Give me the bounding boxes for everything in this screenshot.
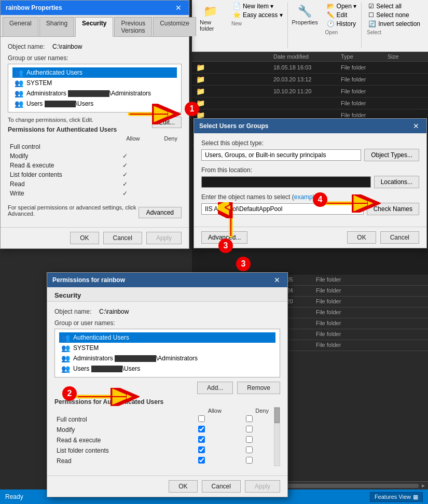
edit-button[interactable]: ✏️ Edit: [325, 11, 358, 19]
invert-selection-button[interactable]: 🔄 Invert selection: [367, 20, 422, 28]
easy-access-icon: ⭐: [233, 11, 241, 19]
new-item-label: New item ▾: [243, 3, 273, 10]
allow-checkbox[interactable]: [198, 426, 205, 432]
new-section-label: New: [231, 21, 284, 26]
deny-checkbox[interactable]: [246, 446, 253, 453]
easy-access-button[interactable]: ⭐ Easy access ▾: [231, 11, 284, 19]
edit-icon: ✏️: [327, 11, 335, 19]
object-type-input[interactable]: [201, 149, 361, 161]
select-users-close[interactable]: ✕: [411, 122, 421, 130]
cancel-button[interactable]: Cancel: [202, 480, 241, 493]
file-row[interactable]: 📁 File folder: [192, 97, 428, 109]
allow-checkbox[interactable]: [198, 415, 205, 422]
ok-button[interactable]: OK: [169, 480, 197, 493]
object-type-row: Object Types...: [201, 149, 419, 161]
tab-sharing[interactable]: Sharing: [39, 17, 74, 36]
advanced-button[interactable]: Advanced: [139, 207, 182, 218]
advanced-button[interactable]: Advanced...: [201, 231, 247, 244]
tab-customize[interactable]: Customize: [153, 17, 196, 36]
perm-row: Full control: [54, 414, 273, 425]
cancel-button[interactable]: Cancel: [103, 232, 142, 244]
perm-allow[interactable]: [178, 445, 226, 456]
file-row[interactable]: 📁 10.10.20 11:20 File folder: [192, 86, 428, 97]
group-users-label: Group or user names:: [8, 54, 182, 62]
deny-checkbox[interactable]: [246, 457, 253, 464]
check-names-button[interactable]: Check Names: [367, 203, 419, 215]
perm-name: Modify: [8, 151, 106, 161]
perm-deny: [144, 189, 182, 198]
perm-row: Read & execute ✓: [8, 161, 182, 170]
select-none-button[interactable]: ☐ Select none: [367, 11, 422, 19]
ok-button[interactable]: OK: [70, 232, 99, 244]
perm-allow[interactable]: [178, 425, 226, 435]
user-item-admins[interactable]: 👥 Administrators \Administrators: [12, 88, 177, 99]
group-users-box: 👥 Authenticated Users 👥 SYSTEM 👥 Adminis…: [54, 329, 280, 377]
select-all-button[interactable]: ☑ Select all: [367, 2, 422, 10]
edit-button[interactable]: Edit...: [152, 117, 182, 128]
folder-icon: 📁: [196, 99, 205, 107]
allow-checkbox[interactable]: [198, 446, 205, 453]
col-type-header: Type: [341, 53, 388, 60]
perm-col-allow: Allow: [106, 135, 144, 142]
select-users-body: Select this object type: Object Types...…: [194, 133, 426, 227]
location-input[interactable]: [201, 176, 371, 188]
perm-allow[interactable]: [178, 456, 226, 466]
history-button[interactable]: 🕐 History: [325, 20, 358, 28]
ribbon-group-open: 📂 Open ▾ ✏️ Edit 🕐 History Open: [322, 2, 362, 48]
perm-deny[interactable]: [226, 435, 273, 445]
perm-allow[interactable]: [178, 435, 226, 445]
user-name: Authenticated Users: [26, 69, 82, 76]
perm-deny[interactable]: [226, 456, 273, 466]
object-types-button[interactable]: Object Types...: [364, 149, 419, 161]
perm-deny[interactable]: [226, 425, 273, 435]
open-section-label: Open: [325, 30, 358, 35]
examples-link[interactable]: examples: [294, 193, 321, 201]
allow-checkbox[interactable]: [198, 457, 205, 464]
perm-col-allow: Allow: [178, 407, 226, 414]
user-item-system[interactable]: 👥 SYSTEM: [12, 78, 177, 88]
remove-button[interactable]: Remove: [237, 382, 280, 394]
perm-row: List folder contents: [54, 445, 273, 456]
v-scrollbar[interactable]: [274, 407, 280, 466]
ok-button[interactable]: OK: [347, 231, 376, 244]
file-row[interactable]: 📁 18.05.18 16:03 File folder: [192, 62, 428, 74]
user-item-admins[interactable]: 👥 Administrators \Administrators: [59, 353, 275, 363]
perm-deny[interactable]: [226, 414, 273, 425]
user-item-auth[interactable]: 👥 Authenticated Users: [59, 332, 275, 343]
cancel-button[interactable]: Cancel: [380, 231, 419, 244]
apply-button[interactable]: Apply: [245, 480, 280, 493]
add-button[interactable]: Add...: [197, 382, 233, 394]
tab-security[interactable]: Security: [75, 17, 113, 37]
scroll-thumb[interactable]: [274, 408, 280, 423]
open-label: Open ▾: [337, 3, 357, 10]
invert-selection-label: Invert selection: [378, 20, 420, 27]
allow-checkbox[interactable]: [198, 436, 205, 443]
user-icon: 👥: [15, 89, 23, 97]
properties-button[interactable]: 🔧 Properties: [290, 2, 320, 28]
advanced-note: For special permissions or advanced sett…: [8, 204, 139, 217]
advanced-row: For special permissions or advanced sett…: [8, 204, 182, 221]
apply-button[interactable]: Apply: [146, 232, 182, 244]
user-item-system[interactable]: 👥 SYSTEM: [59, 343, 275, 353]
properties-dialog-close[interactable]: ✕: [173, 4, 184, 12]
features-view-button[interactable]: Features View ▦: [370, 492, 423, 502]
user-item-users[interactable]: 👥 Users \Users: [12, 99, 177, 109]
deny-checkbox[interactable]: [246, 415, 253, 422]
tab-previous-versions[interactable]: Previous Versions: [114, 17, 152, 36]
user-item-auth[interactable]: 👥 Authenticated Users: [12, 67, 177, 78]
deny-checkbox[interactable]: [246, 436, 253, 443]
permissions-section-label: Security: [47, 287, 287, 302]
tab-general[interactable]: General: [3, 17, 38, 36]
perm-deny[interactable]: [226, 445, 273, 456]
permissions-dialog-close[interactable]: ✕: [272, 276, 282, 284]
open-button[interactable]: 📂 Open ▾: [325, 2, 358, 10]
perm-allow[interactable]: [178, 414, 226, 425]
user-item-users[interactable]: 👥 Users \Users: [59, 363, 275, 374]
history-label: History: [337, 20, 356, 27]
object-name-input[interactable]: [201, 203, 364, 215]
deny-checkbox[interactable]: [246, 426, 253, 432]
new-item-button[interactable]: 📄 New item ▾: [231, 2, 284, 10]
file-row[interactable]: 📁 20.03.20 13:12 File folder: [192, 74, 428, 86]
new-folder-button[interactable]: 📁 New folder: [195, 2, 226, 34]
locations-button[interactable]: Locations...: [374, 176, 419, 188]
